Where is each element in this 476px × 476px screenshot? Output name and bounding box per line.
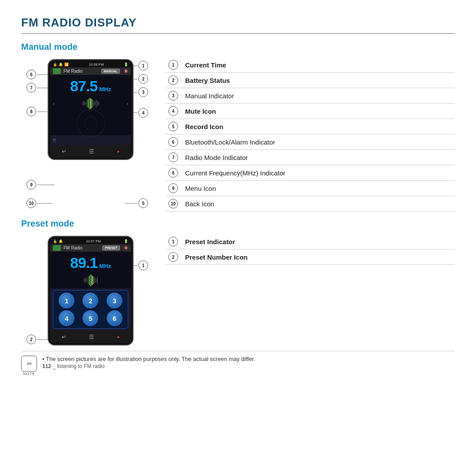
preset-mute-icon: 🔇 [124,246,128,250]
legend-label-text: Preset Indicator [185,238,235,245]
legend-label-text: Radio Mode Indicator [185,154,248,161]
legend-label-cell: Radio Mode Indicator [182,150,455,165]
back-icon: ↵ [62,148,67,155]
legend-num-cell: 3 [165,88,182,104]
tuner-line [86,100,87,107]
legend-num-badge: 7 [168,152,178,162]
preset-fm-label: FM Radio [63,245,82,250]
legend-num-cell: 9 [165,181,182,196]
legend-label-cell: Back Icon [182,196,455,212]
preset-number-button: 5 [82,310,98,326]
radio-icon [53,68,61,74]
callout-7: 7 [26,83,36,93]
preset-tuner-bar [50,272,131,288]
manual-legend: 1 Current Time 2 Battery Status 3 Manual… [165,57,455,212]
legend-label-text: Current Time [185,61,226,69]
preset-freq-number: 89.1 [70,254,97,271]
manual-device-area: 6 7 8 9 10 1 2 3 4 5 [26,57,149,160]
legend-num-badge: 10 [168,199,178,208]
manual-device-screen: 🔒 🔔 📶 10:56 PM 🔋 FM [50,62,131,157]
legend-label-cell: Battery Status [182,73,455,88]
t-line [97,277,98,284]
manual-freq-number: 87.5 [70,78,97,94]
t-line [86,279,87,282]
tuner-line-green [88,99,89,108]
preset-device-area: 1 2 🔒 🔔 10:57 PM 🔋 [26,234,149,346]
legend-label-text: Bluetooth/Lock/Alarm Indicator [185,138,275,146]
preset-callout-1: 1 [138,260,148,270]
t-line-y [92,275,93,285]
note-body: The screen pictures are for illustration… [46,356,255,362]
preset-device-screen: 🔒 🔔 10:57 PM 🔋 FM Radio PRESET 🔇 [50,238,131,343]
t-line [94,278,95,283]
tuner-line [84,101,85,106]
callout-1: 1 [138,61,148,71]
note-icon-wrapper: ✏ NOTE [21,356,37,376]
t-line [84,279,85,282]
tuner-line [97,101,98,106]
manual-legend-row: 6 Bluetooth/Lock/Alarm Indicator [165,134,455,150]
preset-tuner-lines [53,274,128,286]
line-5 [125,203,138,204]
tuner-line-green [89,98,90,109]
legend-num-cell: 1 [165,234,182,249]
speaker-ring-inner [84,117,97,130]
legend-label-cell: Current Time [182,57,455,73]
preset-mode-content: 1 2 🔒 🔔 10:57 PM 🔋 [21,234,455,346]
legend-num-cell: 7 [165,150,182,165]
callout-9: 9 [26,180,36,190]
preset-radio-label: FM Radio PRESET 🔇 [50,244,131,252]
record-icon: ● [117,149,119,154]
manual-freq-mhz: MHz [99,86,111,93]
note-text: ▪ The screen pictures are for illustrati… [42,356,255,362]
callout-5-manual: 5 [138,198,148,208]
manual-legend-row: 8 Current Frequency(MHz) Indicator [165,165,455,181]
legend-num-badge: 6 [168,137,178,147]
t-line [85,277,86,283]
preset-freq-mhz: MHz [99,263,111,269]
legend-num-cell: 2 [165,249,182,265]
note-bullet: ▪ [42,356,45,362]
note-section: ✏ NOTE ▪ The screen pictures are for ill… [21,351,455,376]
manual-legend-row: 2 Battery Status [165,73,455,88]
tuner-lines [55,98,127,109]
menu-icon: ☰ [89,148,94,155]
tuner-line [96,100,97,108]
legend-num-badge: 8 [168,168,178,178]
preset-device: 🔒 🔔 10:57 PM 🔋 FM Radio PRESET 🔇 [48,236,134,346]
preset-buttons-grid: 123456 [53,290,128,329]
speaker-ring-outer [77,109,105,138]
legend-num-cell: 1 [165,57,182,73]
note-content: ▪ The screen pictures are for illustrati… [42,356,255,369]
manual-mode-heading: Manual mode [21,42,455,52]
manual-fm-label: FM Radio [63,69,82,74]
line-10 [37,203,52,204]
legend-num-badge: 9 [168,183,178,193]
legend-label-text: Preset Number Icon [185,253,248,261]
manual-legend-table: 1 Current Time 2 Battery Status 3 Manual… [165,57,455,212]
tuner-line [94,102,95,105]
t-line [88,276,89,284]
mute-icon: 🔇 [124,69,128,73]
preset-number-button: 1 [59,293,74,309]
preset-number-button: 2 [82,293,98,309]
preset-number-button: 6 [107,310,123,326]
preset-legend-row: 2 Preset Number Icon [165,249,455,265]
preset-record-icon: ● [117,335,119,339]
page-footer-text: _ listening to FM radio [52,363,104,369]
manual-legend-row: 7 Radio Mode Indicator [165,150,455,165]
tuner-line [93,100,94,107]
tuner-line [82,102,83,105]
preset-status-left: 🔒 🔔 [53,239,63,243]
manual-mode-section: Manual mode 6 7 8 9 10 1 2 3 4 5 [21,42,455,212]
legend-label-text: Battery Status [185,77,230,84]
preset-back-icon: ↵ [62,334,67,340]
callout-4: 4 [138,108,148,118]
note-icon: ✏ [21,356,37,372]
preset-number-button: 4 [59,310,74,326]
preset-number-button: 3 [107,293,123,309]
legend-num-badge: 1 [168,60,178,70]
legend-label-text: Back Icon [185,200,214,208]
tuner-line-yellow [90,98,91,109]
legend-label-text: Mute Icon [185,108,216,115]
